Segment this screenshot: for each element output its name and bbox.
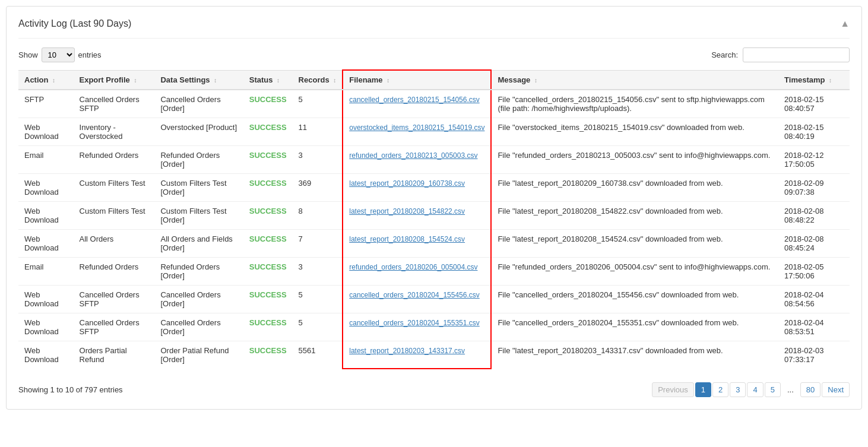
- message-cell: File "cancelled_orders_20180204_155351.c…: [491, 313, 778, 341]
- sort-icon-status: ↕: [277, 77, 280, 84]
- table-footer: Showing 1 to 10 of 797 entries Previous …: [18, 376, 850, 397]
- filename-link[interactable]: refunded_orders_20180206_005004.csv: [349, 263, 477, 271]
- filename-link[interactable]: latest_report_20180208_154524.csv: [349, 235, 465, 243]
- data_settings-cell: Cancelled Orders [Order]: [154, 286, 243, 313]
- status-badge: SUCCESS: [249, 290, 287, 299]
- sort-icon-filename: ↕: [387, 77, 389, 84]
- data_settings-cell: Refunded Orders [Order]: [154, 146, 243, 174]
- timestamp-cell: 2018-02-05 17:50:06: [778, 258, 850, 286]
- records-cell: 7: [293, 230, 343, 258]
- table-row: Web DownloadCancelled Orders SFTPCancell…: [18, 286, 850, 313]
- records-cell: 3: [293, 258, 343, 286]
- records-cell: 5: [293, 286, 343, 313]
- message-cell: File "latest_report_20180208_154822.csv"…: [491, 202, 778, 230]
- col-timestamp[interactable]: Timestamp ↕: [778, 70, 850, 90]
- message-cell: File "overstocked_items_20180215_154019.…: [491, 118, 778, 146]
- filename-link[interactable]: latest_report_20180209_160738.csv: [349, 179, 465, 188]
- pagination: Previous 1 2 3 4 5 ... 80 Next: [652, 382, 850, 397]
- col-action[interactable]: Action ↕: [18, 70, 74, 90]
- export_profile-cell: Orders Partial Refund: [74, 341, 155, 369]
- filename-link[interactable]: cancelled_orders_20180215_154056.csv: [349, 96, 480, 104]
- timestamp-cell: 2018-02-09 09:07:38: [778, 174, 850, 202]
- action-cell: Email: [18, 258, 74, 286]
- table-row: SFTPCancelled Orders SFTPCancelled Order…: [18, 90, 850, 118]
- showing-text: Showing 1 to 10 of 797 entries: [18, 385, 123, 394]
- table-row: Web DownloadOrders Partial RefundOrder P…: [18, 341, 850, 369]
- message-cell: File "refunded_orders_20180213_005003.cs…: [491, 146, 778, 174]
- filename-link[interactable]: refunded_orders_20180213_005003.csv: [349, 151, 477, 160]
- action-cell: Web Download: [18, 174, 74, 202]
- filename-link[interactable]: cancelled_orders_20180204_155456.csv: [349, 291, 480, 299]
- timestamp-cell: 2018-02-04 08:54:56: [778, 286, 850, 313]
- action-cell: SFTP: [18, 90, 74, 118]
- status-badge: SUCCESS: [249, 95, 287, 104]
- col-message[interactable]: Message ↕: [491, 70, 778, 90]
- status-badge: SUCCESS: [249, 123, 287, 132]
- message-cell: File "latest_report_20180208_154524.csv"…: [491, 230, 778, 258]
- timestamp-cell: 2018-02-03 07:33:17: [778, 341, 850, 369]
- action-cell: Web Download: [18, 341, 74, 369]
- records-cell: 5561: [293, 341, 343, 369]
- entries-label: entries: [78, 50, 102, 59]
- previous-button[interactable]: Previous: [652, 382, 694, 397]
- sort-icon-action: ↕: [52, 77, 55, 84]
- page-2-button[interactable]: 2: [712, 382, 728, 397]
- table-row: EmailRefunded OrdersRefunded Orders [Ord…: [18, 146, 850, 174]
- timestamp-cell: 2018-02-08 08:48:22: [778, 202, 850, 230]
- data_settings-cell: Cancelled Orders [Order]: [154, 313, 243, 341]
- action-cell: Email: [18, 146, 74, 174]
- entries-select[interactable]: 10 25 50 100: [42, 47, 75, 62]
- export_profile-cell: Custom Filters Test: [74, 174, 155, 202]
- data_settings-cell: All Orders and Fields [Order]: [154, 230, 243, 258]
- table-row: Web DownloadCustom Filters TestCustom Fi…: [18, 174, 850, 202]
- table-header-row: Action ↕ Export Profile ↕ Data Settings …: [18, 70, 850, 90]
- col-data-settings[interactable]: Data Settings ↕: [154, 70, 243, 90]
- export_profile-cell: Inventory - Overstocked: [74, 118, 155, 146]
- next-button[interactable]: Next: [822, 382, 850, 397]
- message-cell: File "cancelled_orders_20180215_154056.c…: [491, 90, 778, 118]
- col-status[interactable]: Status ↕: [243, 70, 293, 90]
- export_profile-cell: Refunded Orders: [74, 258, 155, 286]
- page-3-button[interactable]: 3: [730, 382, 746, 397]
- collapse-icon[interactable]: ▲: [840, 18, 850, 29]
- export_profile-cell: Cancelled Orders SFTP: [74, 313, 155, 341]
- records-cell: 5: [293, 313, 343, 341]
- data_settings-cell: Custom Filters Test [Order]: [154, 202, 243, 230]
- export_profile-cell: Custom Filters Test: [74, 202, 155, 230]
- page-title: Activity Log (Last 90 Days): [18, 18, 131, 29]
- message-cell: File "refunded_orders_20180206_005004.cs…: [491, 258, 778, 286]
- timestamp-cell: 2018-02-12 17:50:05: [778, 146, 850, 174]
- export_profile-cell: Cancelled Orders SFTP: [74, 286, 155, 313]
- col-export-profile[interactable]: Export Profile ↕: [74, 70, 155, 90]
- sort-icon-timestamp: ↕: [829, 77, 832, 84]
- page-4-button[interactable]: 4: [747, 382, 763, 397]
- sort-icon-message: ↕: [534, 77, 537, 84]
- filename-link[interactable]: latest_report_20180208_154822.csv: [349, 207, 465, 215]
- col-filename[interactable]: Filename ↕: [343, 70, 491, 90]
- action-cell: Web Download: [18, 118, 74, 146]
- table-row: Web DownloadCustom Filters TestCustom Fi…: [18, 202, 850, 230]
- page-1-button[interactable]: 1: [695, 382, 711, 397]
- filename-link[interactable]: latest_report_20180203_143317.csv: [349, 347, 465, 355]
- table-row: Web DownloadInventory - OverstockedOvers…: [18, 118, 850, 146]
- data_settings-cell: Custom Filters Test [Order]: [154, 174, 243, 202]
- filename-link[interactable]: cancelled_orders_20180204_155351.csv: [349, 319, 480, 327]
- action-cell: Web Download: [18, 202, 74, 230]
- activity-table: Action ↕ Export Profile ↕ Data Settings …: [18, 69, 850, 369]
- data_settings-cell: Refunded Orders [Order]: [154, 258, 243, 286]
- page-80-button[interactable]: 80: [800, 382, 821, 397]
- search-label: Search:: [711, 50, 738, 59]
- timestamp-cell: 2018-02-08 08:45:24: [778, 230, 850, 258]
- search-input[interactable]: [743, 47, 850, 62]
- export_profile-cell: All Orders: [74, 230, 155, 258]
- show-label: Show: [18, 50, 38, 59]
- status-badge: SUCCESS: [249, 318, 287, 327]
- records-cell: 5: [293, 90, 343, 118]
- filename-link[interactable]: overstocked_items_20180215_154019.csv: [349, 123, 484, 132]
- page-5-button[interactable]: 5: [765, 382, 781, 397]
- sort-icon-export: ↕: [134, 77, 137, 84]
- top-controls: Show 10 25 50 100 entries Search:: [18, 47, 850, 62]
- records-cell: 8: [293, 202, 343, 230]
- message-cell: File "cancelled_orders_20180204_155456.c…: [491, 286, 778, 313]
- col-records[interactable]: Records ↕: [293, 70, 343, 90]
